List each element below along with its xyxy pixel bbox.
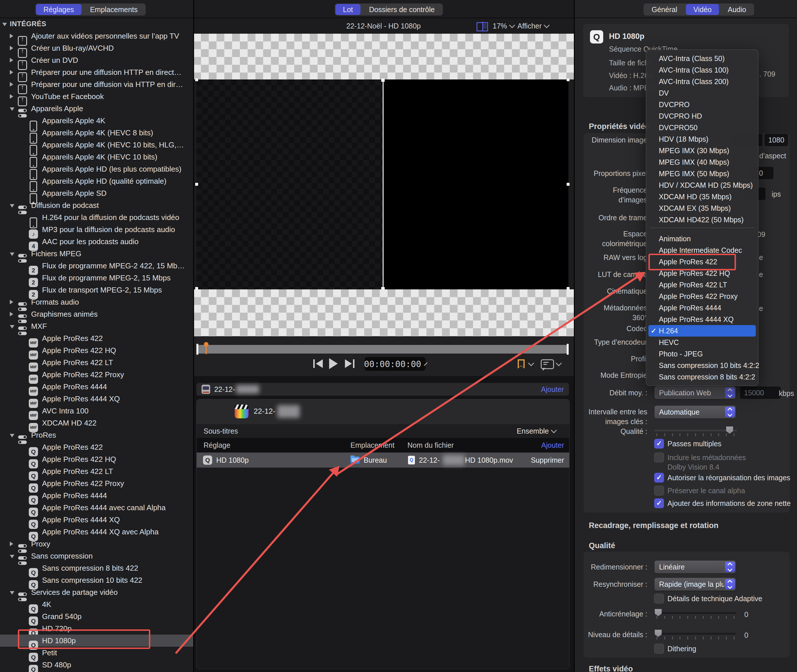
sidebar-section-header[interactable]: INTÉGRÉS bbox=[0, 18, 193, 30]
disclosure-down-icon[interactable] bbox=[10, 107, 14, 111]
bitrate-kbps-field[interactable]: 15000 bbox=[740, 387, 781, 399]
quality-slider[interactable] bbox=[654, 430, 737, 431]
sidebar-item[interactable]: ↑Ajouter aux vidéos personnelles sur l’a… bbox=[0, 30, 193, 42]
bitrate-popup[interactable]: Publication Web bbox=[654, 386, 736, 399]
sidebar-item[interactable]: Services de partage vidéo bbox=[0, 586, 193, 598]
detail-level-slider[interactable] bbox=[654, 633, 736, 635]
sidebar-item[interactable]: Appareils Apple 4K (HEVC 8 bits) bbox=[0, 127, 193, 139]
sidebar-item[interactable]: Fichiers MPEG bbox=[0, 248, 193, 260]
sidebar-item[interactable]: ↑Créer un DVD bbox=[0, 54, 193, 66]
disclosure-right-icon[interactable] bbox=[10, 94, 13, 99]
sidebar-item[interactable]: QApple ProRes 422 LT bbox=[0, 465, 193, 477]
chevron-down-icon[interactable] bbox=[556, 360, 562, 366]
codec-menu-item[interactable]: XDCAM HD422 (50 Mbps) bbox=[648, 214, 756, 226]
disclosure-right-icon[interactable] bbox=[10, 82, 13, 86]
sidebar-item[interactable]: Formats audio bbox=[0, 296, 193, 308]
disclosure-down-icon[interactable] bbox=[10, 204, 14, 208]
disclosure-right-icon[interactable] bbox=[10, 542, 13, 546]
codec-menu-item[interactable]: DVCPRO bbox=[648, 99, 756, 110]
tab-general[interactable]: Général bbox=[644, 4, 685, 15]
add-job-link[interactable]: Ajouter bbox=[541, 385, 564, 394]
split-view-icon[interactable] bbox=[477, 22, 488, 31]
sidebar-item[interactable]: ProRes bbox=[0, 429, 193, 441]
dimension-height-field[interactable]: 1080 bbox=[765, 134, 788, 146]
sidebar-item[interactable]: MXFAVC Intra 100 bbox=[0, 405, 193, 417]
tab-video[interactable]: Vidéo bbox=[686, 4, 719, 15]
timeline-scrubber[interactable] bbox=[198, 345, 567, 354]
codec-menu-item[interactable]: Apple ProRes 422 LT bbox=[648, 279, 756, 291]
timecode-display[interactable]: 00:00:00:00 bbox=[365, 357, 426, 371]
sidebar-item[interactable]: QApple ProRes 4444 XQ avec Alpha bbox=[0, 526, 193, 538]
disclosure-down-icon[interactable] bbox=[10, 434, 14, 437]
sidebar-item[interactable]: Diffusion de podcast bbox=[0, 199, 193, 211]
selection-handle[interactable] bbox=[381, 78, 385, 82]
resize-popup[interactable]: Linéaire bbox=[654, 560, 736, 574]
next-frame-button[interactable] bbox=[345, 359, 354, 368]
sidebar-item[interactable]: ↑YouTube et Facebook bbox=[0, 90, 193, 102]
codec-menu-item[interactable]: AVC-Intra (Class 200) bbox=[648, 76, 756, 87]
disclosure-down-icon[interactable] bbox=[10, 591, 14, 595]
sidebar-item[interactable]: MXFApple ProRes 422 LT bbox=[0, 357, 193, 368]
sidebar-item[interactable]: 2Flux de transport MPEG-2, 15 Mbps bbox=[0, 284, 193, 296]
codec-menu-item[interactable]: HDV / XDCAM HD (25 Mbps) bbox=[648, 179, 756, 191]
sidebar-item[interactable]: QApple ProRes 422 HQ bbox=[0, 453, 193, 465]
bookmark-icon[interactable] bbox=[518, 359, 525, 368]
in-point-handle[interactable] bbox=[196, 344, 198, 355]
dolby-vision-checkbox[interactable] bbox=[654, 453, 664, 462]
sidebar-item[interactable]: ↑Préparer pour une diffusion via HTTP en… bbox=[0, 78, 193, 90]
sidebar-item[interactable]: QApple ProRes 4444 XQ bbox=[0, 514, 193, 526]
sidebar-item[interactable]: MXFXDCAM HD 422 bbox=[0, 417, 193, 429]
sidebar-item[interactable]: Sans compression bbox=[0, 550, 193, 562]
sidebar-item[interactable]: ♪MP3 pour la diffusion de podcasts audio bbox=[0, 223, 193, 235]
disclosure-right-icon[interactable] bbox=[10, 34, 13, 38]
codec-menu-item[interactable]: Apple ProRes 422 Proxy bbox=[648, 291, 756, 302]
codec-menu-item[interactable]: HEVC bbox=[648, 337, 756, 348]
subtitles-row[interactable]: Sous-titres Ensemble bbox=[197, 424, 569, 438]
sidebar-item[interactable]: QApple ProRes 4444 avec canal Alpha bbox=[0, 502, 193, 514]
disclosure-down-icon[interactable] bbox=[10, 555, 14, 558]
afficher-dropdown[interactable]: Afficher bbox=[517, 22, 549, 30]
codec-menu-item[interactable]: MPEG IMX (40 Mbps) bbox=[648, 156, 756, 168]
sidebar-item[interactable]: MXFApple ProRes 422 Proxy bbox=[0, 368, 193, 381]
codec-menu-item[interactable]: HDV (18 Mbps) bbox=[648, 133, 756, 145]
sidebar-item[interactable]: QSD 480p bbox=[0, 659, 193, 671]
tab-dossiers[interactable]: Dossiers de contrôle bbox=[362, 4, 442, 15]
sidebar-item[interactable]: Appareils Apple 4K bbox=[0, 115, 193, 127]
sidebar-item[interactable]: MXFApple ProRes 422 bbox=[0, 332, 193, 344]
output-row-selected[interactable]: Q HD 1080p Bureau Q 22-12- HD 1080p.mov … bbox=[197, 453, 569, 467]
keyframe-popup[interactable]: Automatique bbox=[654, 405, 736, 419]
alpha-channel-checkbox[interactable] bbox=[654, 486, 664, 496]
job-title-row[interactable]: 22-12- bbox=[197, 399, 569, 424]
sidebar-item[interactable]: 4AAC pour les podcasts audio bbox=[0, 235, 193, 248]
antialias-slider[interactable] bbox=[654, 612, 736, 614]
adaptive-details-checkbox[interactable] bbox=[654, 594, 664, 603]
chevron-down-icon[interactable] bbox=[528, 360, 534, 366]
disclosure-right-icon[interactable] bbox=[10, 70, 13, 75]
codec-menu-item[interactable]: Sans compression 8 bits 4:2:2 bbox=[648, 371, 756, 382]
sidebar-item[interactable]: H.264 pour la diffusion de podcasts vidé… bbox=[0, 211, 193, 223]
disclosure-down-icon[interactable] bbox=[2, 23, 7, 26]
panel-divider[interactable] bbox=[574, 0, 575, 672]
sidebar-item[interactable]: Appareils Apple HD (qualité optimale) bbox=[0, 175, 193, 187]
sidebar-item[interactable]: QSans compression 10 bits 422 bbox=[0, 574, 193, 586]
codec-menu-item[interactable]: Apple ProRes 4444 XQ bbox=[648, 314, 756, 325]
sidebar-item[interactable]: Q4K bbox=[0, 598, 193, 610]
sidebar-item[interactable]: QGrand 540p bbox=[0, 610, 193, 622]
sidebar-item[interactable]: QApple ProRes 422 Proxy bbox=[0, 477, 193, 490]
tab-lot[interactable]: Lot bbox=[335, 4, 360, 15]
dithering-checkbox[interactable] bbox=[654, 644, 664, 654]
sidebar-item[interactable]: QSans compression 8 bits 422 bbox=[0, 562, 193, 574]
play-button[interactable] bbox=[329, 358, 338, 369]
codec-menu-item[interactable]: Sans compression 10 bits 4:2:2 bbox=[648, 360, 756, 371]
sidebar-item[interactable]: Appareils Apple 4K (HEVC 10 bits) bbox=[0, 151, 193, 163]
sidebar-item[interactable]: MXF bbox=[0, 320, 193, 332]
resync-popup[interactable]: Rapide (image la plu… bbox=[654, 578, 736, 591]
sidebar-item[interactable]: 2Flux de programme MPEG-2 422, 15 Mb… bbox=[0, 260, 193, 272]
selection-handle[interactable] bbox=[195, 78, 198, 81]
add-output-link[interactable]: Ajouter bbox=[541, 441, 564, 450]
clean-aperture-checkbox[interactable] bbox=[654, 498, 664, 508]
frame-split-line[interactable] bbox=[382, 80, 384, 290]
disclosure-down-icon[interactable] bbox=[10, 253, 14, 256]
disclosure-down-icon[interactable] bbox=[10, 325, 14, 328]
disclosure-right-icon[interactable] bbox=[10, 46, 13, 50]
